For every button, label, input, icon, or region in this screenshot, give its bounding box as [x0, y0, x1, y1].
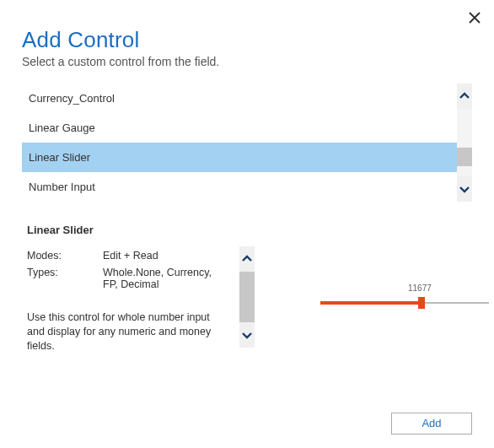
list-item[interactable]: Linear Gauge	[22, 113, 472, 143]
scroll-down-button[interactable]	[457, 176, 472, 202]
scroll-track[interactable]	[239, 272, 255, 322]
chevron-down-icon	[242, 330, 252, 340]
types-value: Whole.None, Currency, FP, Decimal	[103, 267, 229, 290]
detail-body: Modes: Edit + Read Types: Whole.None, Cu…	[27, 250, 472, 354]
detail-scrollbar[interactable]	[239, 246, 255, 348]
list-item[interactable]: Number Input	[22, 172, 472, 202]
control-detail: Linear Slider Modes: Edit + Read Types: …	[22, 224, 472, 354]
list-scrollbar[interactable]	[457, 84, 472, 202]
chevron-up-icon	[459, 91, 470, 101]
control-list-wrap: Currency_Control Linear Gauge Linear Sli…	[22, 84, 472, 202]
chevron-down-icon	[459, 184, 470, 194]
control-list: Currency_Control Linear Gauge Linear Sli…	[22, 84, 472, 202]
slider-value-label: 11677	[408, 283, 432, 293]
modes-label: Modes:	[27, 250, 103, 262]
detail-description: Use this control for whole number input …	[27, 310, 229, 354]
scroll-track[interactable]	[457, 109, 472, 176]
table-row: Modes: Edit + Read	[27, 250, 229, 262]
scroll-thumb[interactable]	[457, 148, 472, 166]
add-control-dialog: Add Control Select a custom control from…	[0, 0, 494, 370]
dialog-title: Add Control	[22, 27, 472, 53]
types-label: Types:	[27, 267, 103, 290]
scroll-down-button[interactable]	[239, 322, 255, 348]
chevron-up-icon	[242, 254, 252, 264]
scroll-thumb[interactable]	[239, 272, 255, 322]
slider-handle[interactable]	[418, 297, 425, 309]
slider-fill	[320, 301, 422, 305]
list-item[interactable]: Currency_Control	[22, 84, 472, 113]
table-row: Types: Whole.None, Currency, FP, Decimal	[27, 267, 229, 290]
scroll-up-button[interactable]	[239, 246, 255, 272]
slider-preview: 11677	[320, 287, 489, 309]
modes-value: Edit + Read	[103, 250, 229, 262]
dialog-subtitle: Select a custom control from the field.	[22, 55, 472, 68]
add-button[interactable]: Add	[391, 413, 472, 435]
detail-title: Linear Slider	[27, 224, 472, 236]
list-item[interactable]: Linear Slider	[22, 143, 472, 172]
scroll-up-button[interactable]	[457, 84, 472, 109]
detail-table: Modes: Edit + Read Types: Whole.None, Cu…	[27, 250, 229, 354]
close-icon[interactable]	[469, 12, 481, 27]
slider-control[interactable]	[320, 297, 489, 309]
